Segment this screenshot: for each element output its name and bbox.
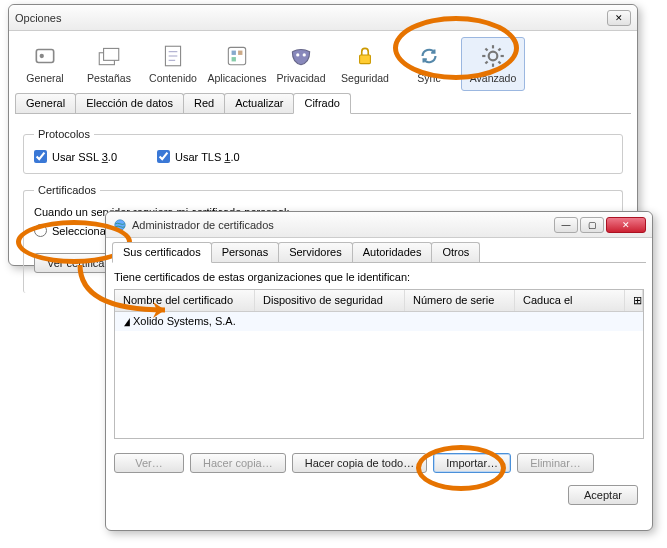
document-icon [142,42,204,70]
col-expires[interactable]: Caduca el [515,290,625,311]
maximize-icon[interactable]: ▢ [580,217,604,233]
svg-rect-3 [104,48,119,60]
protocols-fieldset: Protocolos Usar SSL 3.0 Usar TLS 1.0 [23,128,623,174]
backup-all-button[interactable]: Hacer copia de todo… [292,453,427,473]
toolbar-pestanas-label: Pestañas [78,72,140,84]
checkbox-tls-input[interactable] [157,150,170,163]
svg-rect-0 [36,50,53,63]
lock-icon [334,42,396,70]
backup-button[interactable]: Hacer copia… [190,453,286,473]
table-row[interactable]: ◢Xolido Systems, S.A. [115,312,643,331]
expand-icon[interactable]: ◢ [124,315,130,328]
radio-auto-input[interactable] [34,224,47,237]
tabs-icon [78,42,140,70]
toolbar-privacidad-label: Privacidad [270,72,332,84]
minimize-icon[interactable]: — [554,217,578,233]
checkbox-tls[interactable]: Usar TLS 1.0 [157,150,240,163]
cert-button-row: Ver… Hacer copia… Hacer copia de todo… I… [114,453,644,473]
grid-body: ◢Xolido Systems, S.A. [115,312,643,331]
svg-rect-10 [238,51,242,55]
toolbar-privacidad[interactable]: Privacidad [269,37,333,91]
toolbar-seguridad[interactable]: Seguridad [333,37,397,91]
svg-point-12 [296,53,299,56]
col-name[interactable]: Nombre del certificado [115,290,255,311]
grid-header: Nombre del certificado Dispositivo de se… [115,290,643,312]
switch-icon [14,42,76,70]
svg-point-13 [303,53,306,56]
toolbar-contenido-label: Contenido [142,72,204,84]
apps-icon [206,42,268,70]
col-device[interactable]: Dispositivo de seguridad [255,290,405,311]
svg-point-15 [489,52,498,61]
options-titlebar: Opciones ✕ [9,5,637,31]
svg-rect-8 [228,47,245,64]
tab-servidores[interactable]: Servidores [278,242,353,262]
subtab-actualizar[interactable]: Actualizar [224,93,294,113]
view-button[interactable]: Ver… [114,453,184,473]
close-icon[interactable]: ✕ [606,217,646,233]
subtab-general[interactable]: General [15,93,76,113]
row-org-name: Xolido Systems, S.A. [133,315,236,327]
options-toolbar: General Pestañas Contenido Aplicaciones … [9,31,637,91]
cert-manager-window: Administrador de certificados — ▢ ✕ Sus … [105,211,653,531]
subtab-red[interactable]: Red [183,93,225,113]
checkbox-ssl[interactable]: Usar SSL 3.0 [34,150,117,163]
toolbar-pestanas[interactable]: Pestañas [77,37,141,91]
mask-icon [270,42,332,70]
certificates-legend: Certificados [34,184,100,196]
svg-point-1 [40,54,44,58]
tab-autoridades[interactable]: Autoridades [352,242,433,262]
toolbar-aplicaciones-label: Aplicaciones [206,72,268,84]
cert-description: Tiene certificados de estas organizacion… [114,271,644,283]
options-title: Opciones [15,12,605,24]
cert-manager-titlebar: Administrador de certificados — ▢ ✕ [106,212,652,238]
cert-tabs: Sus certificados Personas Servidores Aut… [112,242,646,263]
import-button[interactable]: Importar… [433,453,511,473]
svg-line-21 [498,61,500,63]
tab-sus-certificados[interactable]: Sus certificados [112,242,212,263]
svg-rect-14 [360,55,371,64]
column-picker-icon[interactable]: ⊞ [625,290,643,311]
svg-rect-9 [232,51,236,55]
subtab-cifrado[interactable]: Cifrado [293,93,350,114]
toolbar-general[interactable]: General [13,37,77,91]
svg-line-23 [498,48,500,50]
delete-button[interactable]: Eliminar… [517,453,594,473]
close-icon[interactable]: ✕ [607,10,631,26]
tab-otros[interactable]: Otros [431,242,480,262]
toolbar-sync[interactable]: Sync [397,37,461,91]
gear-icon [462,42,524,70]
toolbar-general-label: General [14,72,76,84]
cert-manager-title: Administrador de certificados [132,219,552,231]
tab-personas[interactable]: Personas [211,242,279,262]
svg-point-24 [115,219,126,230]
subtab-eleccion-datos[interactable]: Elección de datos [75,93,184,113]
advanced-subtabs: General Elección de datos Red Actualizar… [15,93,631,114]
protocols-legend: Protocolos [34,128,94,140]
globe-icon [112,218,128,232]
sync-icon [398,42,460,70]
checkbox-ssl-input[interactable] [34,150,47,163]
svg-rect-11 [232,57,236,61]
col-serial[interactable]: Número de serie [405,290,515,311]
toolbar-avanzado[interactable]: Avanzado [461,37,525,91]
toolbar-aplicaciones[interactable]: Aplicaciones [205,37,269,91]
cert-grid[interactable]: Nombre del certificado Dispositivo de se… [114,289,644,439]
toolbar-contenido[interactable]: Contenido [141,37,205,91]
toolbar-seguridad-label: Seguridad [334,72,396,84]
toolbar-sync-label: Sync [398,72,460,84]
cert-footer: Aceptar [106,473,652,517]
svg-line-20 [485,48,487,50]
svg-line-22 [485,61,487,63]
toolbar-avanzado-label: Avanzado [462,72,524,84]
accept-button[interactable]: Aceptar [568,485,638,505]
